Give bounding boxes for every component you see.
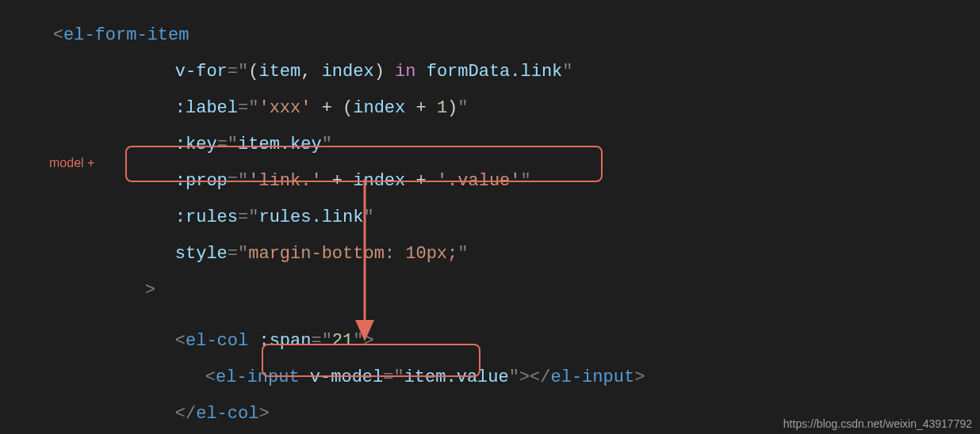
code-line-7: style="margin-bottom: 10px;" — [133, 228, 468, 280]
code-line-11: </el-col> — [133, 388, 270, 434]
code-block: <el-form-item v-for="(item, index) in fo… — [0, 0, 980, 434]
watermark: https://blog.csdn.net/weixin_43917792 — [783, 418, 972, 429]
code-line-8: > — [103, 265, 155, 317]
annotation-label: model + — [49, 157, 94, 169]
